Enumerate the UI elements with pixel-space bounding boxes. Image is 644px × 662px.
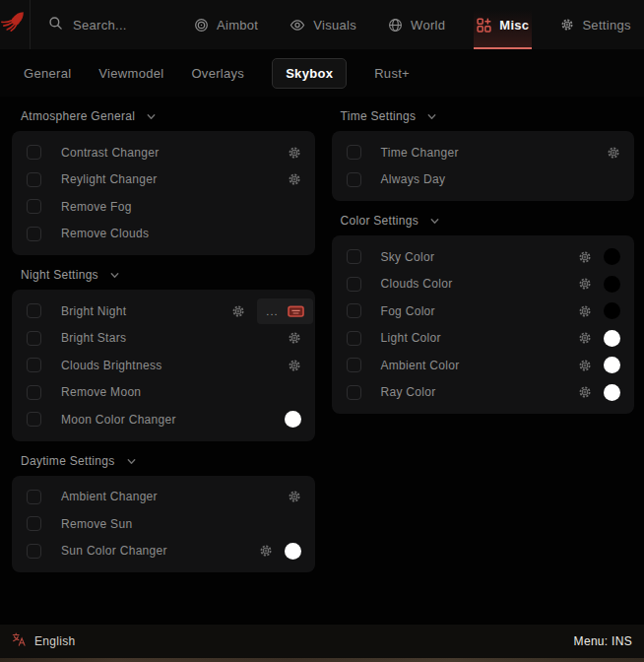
- gear-icon[interactable]: [288, 146, 301, 160]
- checkbox-sky-color[interactable]: [347, 249, 361, 264]
- checkbox-fog-color[interactable]: [347, 303, 361, 318]
- checkbox-ambient-color[interactable]: [347, 358, 361, 372]
- keybind-icon: [288, 304, 304, 318]
- tab-skybox[interactable]: Skybox: [272, 58, 347, 89]
- row-controls: [288, 172, 301, 186]
- checkbox-light-color[interactable]: [347, 331, 361, 346]
- row-controls: ...: [231, 304, 300, 318]
- keybind-box-bright-night[interactable]: ...: [257, 298, 312, 324]
- feature-label: Reylight Changer: [61, 172, 158, 186]
- feature-row-remove-clouds: Remove Clouds: [12, 221, 315, 248]
- gear-icon[interactable]: [578, 385, 592, 399]
- color-swatch-sky-color[interactable]: [604, 248, 620, 265]
- tab-viewmodel[interactable]: Viewmodel: [98, 59, 163, 88]
- checkbox-always-day[interactable]: [347, 172, 361, 187]
- nav-item-visuals[interactable]: Visuals: [287, 0, 359, 49]
- row-controls: [578, 248, 620, 265]
- gear-icon[interactable]: [288, 172, 301, 186]
- feature-row-remove-fog: Remove Fog: [12, 193, 315, 221]
- feature-label: Always Day: [381, 172, 446, 186]
- search-icon: [48, 16, 63, 34]
- color-swatch-light-color[interactable]: [604, 330, 620, 347]
- feature-label: Fog Color: [381, 304, 435, 318]
- section-card: Time Changer Always Day: [332, 131, 635, 201]
- gear-icon[interactable]: [578, 304, 592, 318]
- checkbox-sun-color-changer[interactable]: [27, 544, 41, 559]
- checkbox-clouds-brightness[interactable]: [27, 358, 41, 372]
- squid-logo-icon: [0, 7, 30, 42]
- language-selector[interactable]: English: [12, 632, 75, 651]
- section-card: Bright Night ... Bright Stars Clouds Bri…: [12, 290, 315, 441]
- content-area: Atmosphere GeneralContrast Changer Reyli…: [0, 97, 644, 625]
- checkbox-clouds-color[interactable]: [347, 277, 361, 292]
- globe-icon: [388, 18, 403, 33]
- tab-overlays[interactable]: Overlays: [191, 59, 244, 88]
- row-controls: [288, 490, 301, 503]
- checkbox-moon-color-changer[interactable]: [27, 412, 41, 427]
- gear-icon[interactable]: [259, 544, 273, 558]
- section-header-time-settings[interactable]: Time Settings: [332, 97, 635, 131]
- gear-icon[interactable]: [578, 331, 592, 345]
- checkbox-remove-sun[interactable]: [27, 516, 41, 531]
- checkbox-ambient-changer[interactable]: [27, 490, 41, 504]
- color-swatch-clouds-color[interactable]: [604, 276, 620, 293]
- checkbox-time-changer[interactable]: [347, 145, 361, 160]
- gear-icon[interactable]: [578, 250, 592, 264]
- nav-item-world[interactable]: World: [385, 0, 448, 49]
- section-header-daytime-settings[interactable]: Daytime Settings: [12, 441, 315, 476]
- section-header-night-settings[interactable]: Night Settings: [12, 255, 315, 290]
- feature-label: Remove Fog: [61, 200, 132, 214]
- section-header-atmosphere-general[interactable]: Atmosphere General: [12, 97, 315, 131]
- nav-item-aimbot[interactable]: Aimbot: [191, 0, 261, 49]
- checkbox-remove-fog[interactable]: [27, 199, 41, 214]
- left-column: Atmosphere GeneralContrast Changer Reyli…: [12, 97, 315, 572]
- gear-icon[interactable]: [607, 146, 620, 160]
- gear-icon[interactable]: [288, 490, 301, 503]
- sub-tabs: GeneralViewmodelOverlaysSkyboxRust+: [0, 49, 644, 97]
- tab-rust[interactable]: Rust+: [374, 59, 410, 88]
- feature-label: Sky Color: [381, 250, 435, 264]
- nav-item-settings[interactable]: Settings: [557, 0, 633, 49]
- color-swatch-sun-color-changer[interactable]: [285, 543, 301, 560]
- section-card: Sky Color Clouds Color Fog Color Light C…: [332, 235, 635, 414]
- feature-row-sun-color-changer: Sun Color Changer: [12, 538, 315, 565]
- section-night-settings: Night SettingsBright Night ... Bright St…: [12, 255, 315, 441]
- section-card: Ambient Changer Remove SunSun Color Chan…: [12, 476, 315, 573]
- tab-general[interactable]: General: [24, 59, 71, 88]
- section-title: Night Settings: [21, 268, 98, 282]
- gear-icon[interactable]: [578, 277, 592, 291]
- row-controls: [578, 302, 620, 319]
- checkbox-remove-clouds[interactable]: [27, 227, 41, 241]
- color-swatch-fog-color[interactable]: [604, 302, 620, 319]
- gear-icon[interactable]: [288, 331, 301, 345]
- section-time-settings: Time SettingsTime Changer Always Day: [332, 97, 635, 201]
- feature-label: Ambient Changer: [61, 490, 158, 503]
- checkbox-bright-night[interactable]: [27, 303, 41, 318]
- color-swatch-ambient-color[interactable]: [604, 357, 620, 373]
- color-swatch-ray-color[interactable]: [604, 384, 620, 401]
- feature-label: Ray Color: [381, 385, 436, 399]
- checkbox-contrast-changer[interactable]: [27, 145, 41, 160]
- search-bar[interactable]: [48, 0, 191, 49]
- color-swatch-moon-color-changer[interactable]: [285, 411, 301, 428]
- checkbox-reylight-changer[interactable]: [27, 172, 41, 187]
- language-label: English: [34, 634, 75, 648]
- gear-icon[interactable]: [231, 304, 245, 318]
- grid-plus-icon: [477, 18, 491, 33]
- feature-label: Remove Moon: [61, 385, 141, 399]
- feature-label: Bright Stars: [61, 331, 126, 345]
- chevron-down-icon: [429, 216, 440, 227]
- feature-row-ambient-changer: Ambient Changer: [12, 484, 315, 511]
- gear-icon[interactable]: [578, 359, 592, 372]
- search-input[interactable]: [73, 18, 191, 33]
- keybind-text: ...: [266, 306, 278, 316]
- checkbox-ray-color[interactable]: [347, 385, 361, 400]
- checkbox-bright-stars[interactable]: [27, 331, 41, 346]
- gear-icon[interactable]: [288, 359, 301, 372]
- section-header-color-settings[interactable]: Color Settings: [332, 201, 635, 235]
- nav-item-misc[interactable]: Misc: [474, 0, 532, 49]
- nav-item-label: Settings: [582, 18, 630, 33]
- feature-row-moon-color-changer: Moon Color Changer: [12, 406, 315, 433]
- checkbox-remove-moon[interactable]: [27, 385, 41, 400]
- section-card: Contrast Changer Reylight Changer Remove…: [12, 131, 315, 255]
